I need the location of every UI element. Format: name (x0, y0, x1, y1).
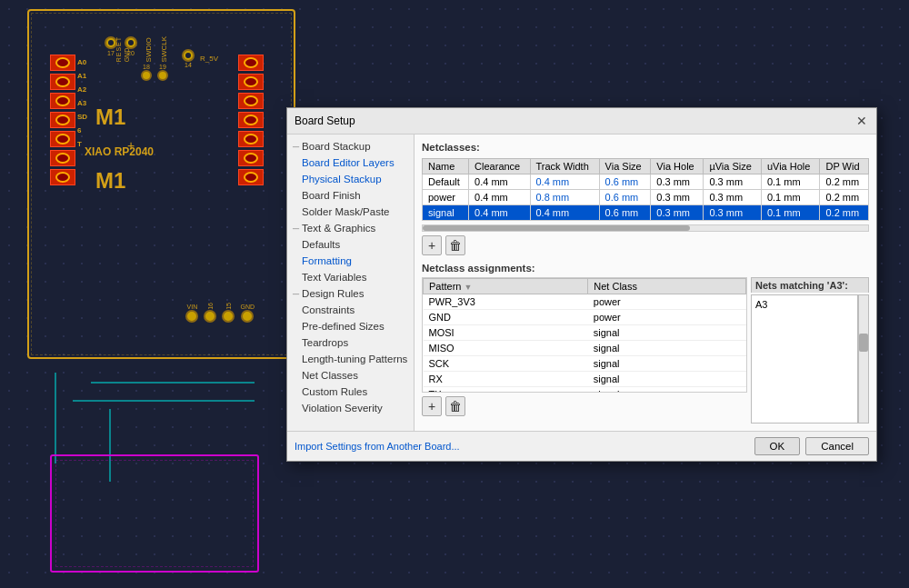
assignment-row[interactable]: MOSIsignal (424, 325, 746, 341)
assignment-row[interactable]: RXsignal (424, 372, 746, 387)
sidebar-item-violation-severity[interactable]: Violation Severity (287, 400, 414, 416)
dialog-titlebar: Board Setup ✕ (287, 108, 876, 135)
dialog-title: Board Setup (295, 115, 355, 127)
assignment-row[interactable]: TXsignal (424, 387, 746, 394)
top-labels-right: 14 R_5V (182, 49, 218, 68)
netclass-cell: Default (423, 174, 469, 190)
assignment-net-class: signal (588, 387, 746, 394)
delete-netclass-button[interactable]: 🗑 (445, 235, 465, 255)
sidebar-item-formatting[interactable]: Formatting (287, 253, 414, 269)
footer-buttons: OK Cancel (754, 437, 869, 455)
assignment-pattern: GND (424, 310, 588, 325)
ok-button[interactable]: OK (754, 437, 801, 455)
netclass-cell: 0.6 mm (599, 190, 651, 205)
assignments-table-col: Pattern ▼ Net Class PWR_3V3powerGNDpower… (422, 277, 747, 424)
netclass-row[interactable]: signal0.4 mm0.4 mm0.6 mm0.3 mm0.3 mm0.1 … (423, 205, 869, 221)
netclass-cell: 0.4 mm (469, 174, 530, 190)
col-uvia-hole: uVia Hole (761, 159, 820, 174)
dialog-body: Board Stackup Board Editor Layers Physic… (287, 135, 876, 431)
assignment-row[interactable]: GNDpower (424, 310, 746, 325)
add-assignment-button[interactable]: + (422, 396, 442, 416)
left-labels: A0 A1 A2 A3 SD 6 T (77, 58, 87, 148)
right-pads (238, 55, 264, 185)
netclass-cell: 0.2 mm (820, 174, 869, 190)
sidebar: Board Stackup Board Editor Layers Physic… (287, 135, 415, 431)
cancel-button[interactable]: Cancel (805, 437, 869, 455)
netclass-cell: 0.3 mm (704, 205, 762, 221)
assignments-table: Pattern ▼ Net Class PWR_3V3powerGNDpower… (423, 278, 746, 393)
netclass-row[interactable]: power0.4 mm0.8 mm0.6 mm0.3 mm0.3 mm0.1 m… (423, 190, 869, 205)
netclass-cell: 0.3 mm (704, 190, 762, 205)
assignment-pattern: PWR_3V3 (424, 294, 588, 310)
bottom-right-pads: VIN 16 15 GND (185, 303, 255, 323)
delete-assignment-button[interactable]: 🗑 (445, 396, 465, 416)
sidebar-section-design-rules: Design Rules (287, 285, 414, 302)
nets-scrollbar-thumb (859, 334, 868, 352)
sidebar-item-teardrops[interactable]: Teardrops (287, 334, 414, 351)
board-setup-dialog: Board Setup ✕ Board Stackup Board Editor… (286, 107, 877, 462)
netclasses-toolbar: + 🗑 (422, 235, 869, 255)
sidebar-item-solder-mask[interactable]: Solder Mask/Paste (287, 204, 414, 220)
pcb-board-secondary (50, 454, 259, 573)
second-row-pads: 18 19 (141, 64, 168, 81)
netclass-cell: power (423, 190, 469, 205)
pad-red-1 (50, 55, 75, 71)
col-track-width: Track Width (530, 159, 599, 174)
nets-matching-title: Nets matching 'A3': (751, 277, 869, 293)
assignment-pattern: MOSI (424, 325, 588, 341)
netclass-cell: 0.1 mm (761, 190, 820, 205)
sidebar-item-pre-defined-sizes[interactable]: Pre-defined Sizes (287, 318, 414, 334)
assignment-row[interactable]: PWR_3V3power (424, 294, 746, 310)
sidebar-item-physical-stackup[interactable]: Physical Stackup (287, 171, 414, 187)
sidebar-item-net-classes[interactable]: Net Classes (287, 367, 414, 384)
assignment-row[interactable]: SCKsignal (424, 356, 746, 372)
add-netclass-button[interactable]: + (422, 235, 442, 255)
netclass-cell: 0.3 mm (651, 174, 704, 190)
nets-scrollbar[interactable] (858, 294, 869, 424)
col-clearance: Clearance (469, 159, 530, 174)
trace-3 (55, 373, 56, 463)
col-via-size: Via Size (599, 159, 651, 174)
sidebar-item-constraints[interactable]: Constraints (287, 302, 414, 318)
main-content: Netclasses: Name Clearance Track Width V… (415, 135, 876, 431)
assignment-row[interactable]: MISOsignal (424, 341, 746, 356)
netclass-cell: 0.1 mm (761, 205, 820, 221)
sidebar-item-custom-rules[interactable]: Custom Rules (287, 384, 414, 400)
col-uvia-size: µVia Size (704, 159, 762, 174)
netclass-cell: 0.4 mm (530, 174, 599, 190)
sidebar-item-length-tuning[interactable]: Length-tuning Patterns (287, 351, 414, 367)
netclass-cell: 0.4 mm (530, 205, 599, 221)
dialog-footer: Import Settings from Another Board... OK… (287, 431, 876, 461)
nets-matching-panel: Nets matching 'A3': A3 (751, 277, 869, 424)
sidebar-item-board-finish[interactable]: Board Finish (287, 187, 414, 204)
nc-scrollbar[interactable] (422, 224, 869, 232)
nets-matching-list: A3 (751, 294, 858, 424)
netclass-cell: 0.4 mm (469, 190, 530, 205)
assignments-body: Pattern ▼ Net Class PWR_3V3powerGNDpower… (422, 277, 869, 424)
m1-label-top: M1 (95, 105, 125, 130)
top-header: 17 20 SWDIO SWCLK (105, 36, 168, 62)
assignment-pattern: RX (424, 372, 588, 387)
trace-1 (91, 382, 255, 384)
assignment-pattern: TX (424, 387, 588, 394)
sidebar-item-defaults[interactable]: Defaults (287, 236, 414, 253)
import-settings-button[interactable]: Import Settings from Another Board... (295, 441, 460, 452)
col-name: Name (423, 159, 469, 174)
vertical-labels: RESET GND (115, 36, 130, 62)
assignments-toolbar: + 🗑 (422, 396, 747, 416)
assignments-section: Netclass assignments: Pattern ▼ Net Clas… (422, 263, 869, 424)
col-via-hole: Via Hole (651, 159, 704, 174)
netclass-cell: 0.6 mm (599, 174, 651, 190)
assignments-table-wrap[interactable]: Pattern ▼ Net Class PWR_3V3powerGNDpower… (422, 277, 747, 393)
sidebar-item-board-editor-layers[interactable]: Board Editor Layers (287, 154, 414, 171)
netclass-cell: 0.3 mm (651, 205, 704, 221)
assignment-net-class: signal (588, 341, 746, 356)
netclass-row[interactable]: Default0.4 mm0.4 mm0.6 mm0.3 mm0.3 mm0.1… (423, 174, 869, 190)
pcb-inner: A0 A1 A2 A3 SD 6 T 17 20 SWDIO SWC (50, 36, 264, 336)
close-button[interactable]: ✕ (854, 114, 869, 128)
nc-scrollbar-thumb (423, 225, 690, 231)
netclass-cell: 0.6 mm (599, 205, 651, 221)
assign-col-net-class[interactable]: Net Class (588, 279, 746, 294)
assign-col-pattern[interactable]: Pattern ▼ (424, 279, 588, 294)
sidebar-item-text-variables[interactable]: Text Variables (287, 269, 414, 285)
